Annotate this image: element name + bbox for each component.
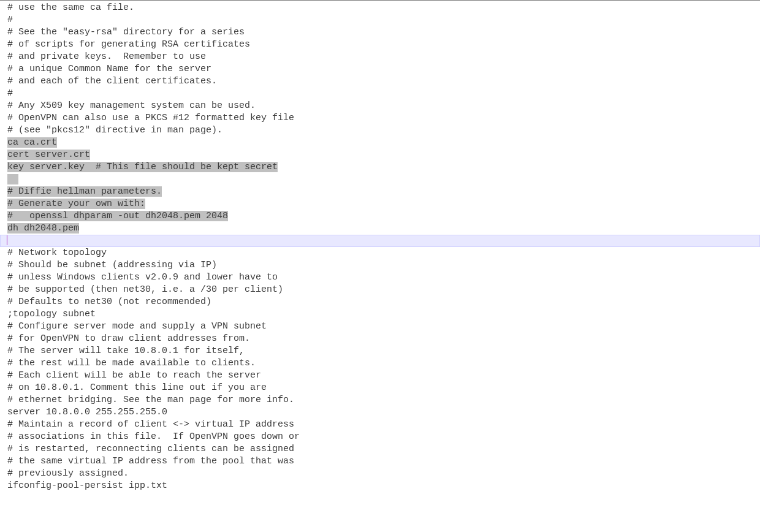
code-line[interactable]: ca ca.crt [7,137,760,149]
code-line[interactable]: # associations in this file. If OpenVPN … [7,431,760,443]
code-line[interactable]: # Should be subnet (addressing via IP) [7,259,760,272]
code-line[interactable]: # and private keys. Remember to use [7,51,760,63]
code-line[interactable]: # [7,14,760,26]
code-line[interactable]: # a unique Common Name for the server [7,63,760,75]
code-line[interactable]: # See the "easy-rsa" directory for a ser… [7,26,760,39]
text-editor[interactable]: # use the same ca file.## See the "easy-… [0,0,760,492]
code-line[interactable]: # previously assigned. [7,468,760,480]
code-line[interactable]: # OpenVPN can also use a PKCS #12 format… [7,112,760,124]
code-line[interactable]: # Defaults to net30 (not recommended) [7,296,760,308]
code-line[interactable]: # on 10.8.0.1. Comment this line out if … [7,382,760,394]
code-line[interactable]: # is restarted, reconnecting clients can… [7,443,760,455]
code-line[interactable]: # Maintain a record of client <-> virtua… [7,419,760,431]
code-line[interactable]: # [7,88,760,100]
code-line[interactable]: server 10.8.0.0 255.255.255.0 [7,406,760,419]
code-line[interactable] [7,173,760,186]
code-line[interactable]: # be supported (then net30, i.e. a /30 p… [7,284,760,296]
code-line[interactable]: # Each client will be able to reach the … [7,370,760,382]
code-line[interactable]: # Diffie hellman parameters. [7,186,760,198]
code-line[interactable]: ifconfig-pool-persist ipp.txt [7,480,760,492]
code-line[interactable]: # Generate your own with: [7,198,760,210]
code-line[interactable]: ;topology subnet [7,308,760,321]
code-line[interactable]: cert server.crt [7,149,760,161]
code-line[interactable]: # The server will take 10.8.0.1 for itse… [7,345,760,357]
code-line[interactable]: # use the same ca file. [7,2,760,14]
code-line[interactable]: # openssl dhparam -out dh2048.pem 2048 [7,210,760,222]
code-line[interactable]: # of scripts for generating RSA certific… [7,39,760,51]
code-line[interactable]: # Configure server mode and supply a VPN… [7,321,760,333]
code-line[interactable]: # ethernet bridging. See the man page fo… [7,394,760,406]
code-line[interactable]: # Network topology [7,247,760,259]
code-line[interactable]: dh dh2048.pem [7,222,760,235]
code-line[interactable]: # and each of the client certificates. [7,75,760,88]
code-line[interactable]: # Any X509 key management system can be … [7,100,760,112]
code-line[interactable]: # the rest will be made available to cli… [7,357,760,370]
code-line[interactable]: key server.key # This file should be kep… [7,161,760,173]
code-line[interactable]: # (see "pkcs12" directive in man page). [7,124,760,137]
code-line[interactable]: # unless Windows clients v2.0.9 and lowe… [7,272,760,284]
code-line[interactable]: # for OpenVPN to draw client addresses f… [7,333,760,345]
code-line[interactable] [0,235,760,247]
code-line[interactable]: # the same virtual IP address from the p… [7,455,760,468]
